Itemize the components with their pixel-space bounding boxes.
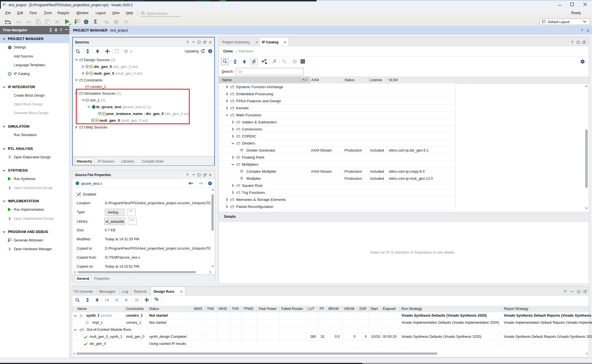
svg-text:10: 10 xyxy=(77,21,79,22)
svg-text:10: 10 xyxy=(10,239,12,241)
svg-text:?: ? xyxy=(116,50,118,53)
